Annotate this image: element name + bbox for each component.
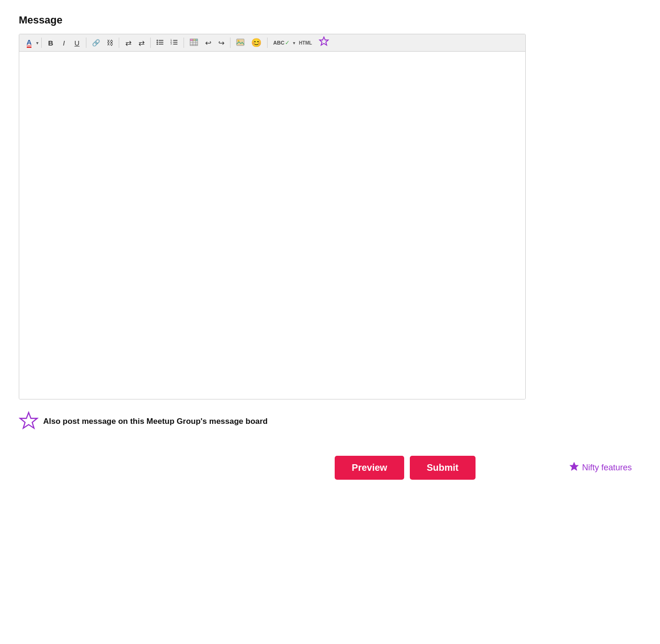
svg-rect-18	[190, 39, 193, 41]
unordered-list-icon	[156, 38, 164, 47]
spellcheck-group: ABC ✓ ▾	[270, 37, 295, 49]
font-color-button[interactable]: A	[23, 37, 35, 49]
ordered-list-button[interactable]: 1. 2. 3.	[168, 37, 181, 49]
bold-button[interactable]: B	[45, 37, 57, 49]
svg-point-4	[157, 43, 158, 45]
separator-5	[184, 38, 184, 48]
align-right-icon: ⇄	[138, 38, 145, 47]
below-editor-row: Also post message on this Meetup Group's…	[19, 411, 641, 432]
redo-icon: ↪	[218, 38, 224, 47]
unordered-list-button[interactable]	[153, 37, 167, 49]
table-button[interactable]	[187, 37, 201, 49]
meetup-post-star-icon	[19, 411, 38, 432]
spellcheck-button[interactable]: ABC ✓	[270, 37, 292, 49]
svg-point-0	[157, 39, 158, 41]
html-icon: HTML	[299, 40, 312, 46]
editor-wrapper: A ▾ B I U ⇄ ⇄	[19, 34, 526, 399]
nifty-star-icon	[319, 36, 329, 49]
svg-text:3.: 3.	[170, 42, 172, 45]
unlink-button[interactable]	[104, 37, 116, 49]
svg-rect-20	[196, 39, 198, 41]
svg-point-2	[157, 41, 158, 43]
emoji-icon: 😊	[251, 38, 261, 48]
nifty-features-star-icon	[569, 461, 579, 474]
align-left-icon: ⇄	[125, 38, 131, 47]
svg-marker-25	[570, 462, 578, 470]
undo-button[interactable]: ↩	[202, 37, 214, 49]
spellcheck-icon: ABC ✓	[273, 39, 290, 46]
actions-row: Preview Submit Nifty features	[19, 456, 641, 480]
meetup-post-label: Also post message on this Meetup Group's…	[43, 417, 268, 426]
svg-rect-19	[193, 39, 196, 41]
link-icon	[92, 39, 100, 46]
separator-7	[267, 38, 268, 48]
underline-button[interactable]: U	[71, 37, 83, 49]
svg-marker-24	[20, 413, 37, 428]
font-color-dropdown-arrow[interactable]: ▾	[36, 40, 38, 46]
separator-6	[230, 38, 230, 48]
nifty-features[interactable]: Nifty features	[569, 461, 632, 474]
emoji-button[interactable]: 😊	[248, 37, 264, 49]
separator-3	[119, 38, 119, 48]
separator-4	[150, 38, 151, 48]
nifty-star-toolbar-button[interactable]	[316, 37, 332, 49]
preview-button[interactable]: Preview	[335, 456, 404, 480]
nifty-features-label: Nifty features	[582, 463, 632, 473]
svg-rect-21	[237, 39, 244, 46]
align-right-button[interactable]: ⇄	[135, 37, 147, 49]
font-color-label: A	[27, 38, 32, 48]
spellcheck-dropdown-arrow[interactable]: ▾	[293, 40, 295, 46]
buttons-group: Preview Submit	[335, 456, 475, 480]
separator-2	[86, 38, 86, 48]
link-button[interactable]	[89, 37, 103, 49]
message-editor[interactable]	[19, 52, 525, 399]
separator-1	[41, 38, 42, 48]
submit-button[interactable]: Submit	[410, 456, 476, 480]
align-left-button[interactable]: ⇄	[122, 37, 134, 49]
image-icon	[236, 38, 245, 47]
unlink-icon	[107, 39, 113, 46]
svg-marker-23	[319, 37, 328, 45]
italic-button[interactable]: I	[58, 37, 70, 49]
page-title: Message	[19, 14, 641, 26]
redo-button[interactable]: ↪	[215, 37, 227, 49]
table-icon	[190, 38, 198, 47]
undo-icon: ↩	[205, 38, 211, 47]
editor-toolbar: A ▾ B I U ⇄ ⇄	[19, 34, 525, 52]
image-button[interactable]	[233, 37, 247, 49]
html-button[interactable]: HTML	[296, 37, 315, 49]
ordered-list-icon: 1. 2. 3.	[170, 38, 178, 47]
